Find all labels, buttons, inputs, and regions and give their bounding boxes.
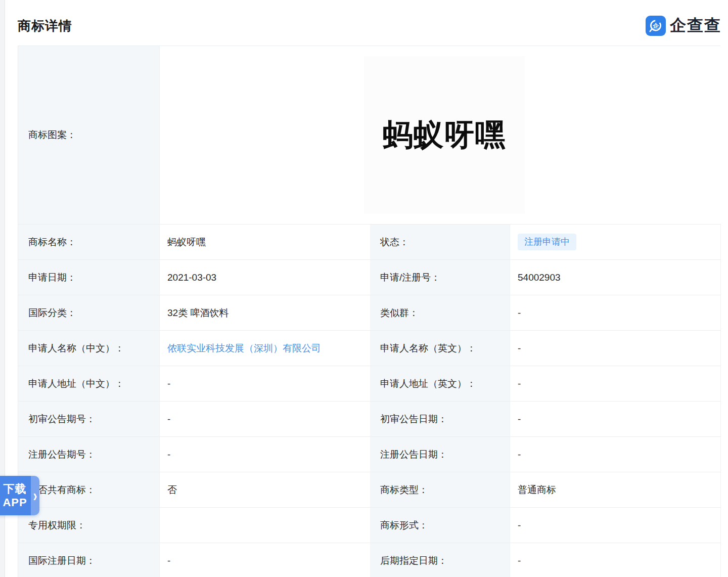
- value-international-registration-date: -: [160, 543, 370, 577]
- label-later-designated-date: 后期指定日期：: [370, 543, 510, 577]
- qichacha-logo-icon: 企: [646, 16, 666, 36]
- value-registration-announcement-date: -: [510, 437, 721, 472]
- value-later-designated-date: -: [510, 543, 721, 577]
- download-app-button[interactable]: 下载 APP ›: [0, 476, 39, 515]
- label-applicant-name-en: 申请人名称（英文）：: [370, 331, 510, 366]
- label-status: 状态：: [370, 225, 510, 260]
- download-app-text-line1: 下载: [4, 482, 27, 496]
- value-exclusive-right-period: [160, 508, 370, 543]
- value-similar-group: -: [510, 295, 721, 331]
- applicant-company-link[interactable]: 侬联实业科技发展（深圳）有限公司: [167, 342, 321, 355]
- value-preliminary-announcement-date: -: [510, 402, 721, 437]
- label-similar-group: 类似群：: [370, 295, 510, 331]
- value-trademark-type: 普通商标: [510, 472, 721, 508]
- label-applicant-address-en: 申请人地址（英文）：: [370, 366, 510, 402]
- trademark-image: 蚂蚁呀嘿: [364, 56, 525, 214]
- value-application-number: 54002903: [510, 260, 721, 295]
- svg-text:企: 企: [652, 22, 659, 29]
- label-application-date: 申请日期：: [18, 260, 160, 295]
- label-international-class: 国际分类：: [18, 295, 160, 331]
- label-trademark-form: 商标形式：: [370, 508, 510, 543]
- download-app-text-line2: APP: [3, 496, 27, 510]
- trademark-image-cell: 蚂蚁呀嘿: [160, 46, 721, 225]
- label-registration-announcement-no: 注册公告期号：: [18, 437, 160, 472]
- label-trademark-image: 商标图案：: [18, 46, 160, 225]
- value-applicant-name-en: -: [510, 331, 721, 366]
- label-exclusive-right-period: 专用权期限：: [18, 508, 160, 543]
- label-applicant-name-cn: 申请人名称（中文）：: [18, 331, 160, 366]
- value-is-shared-trademark: 否: [160, 472, 370, 508]
- value-application-date: 2021-03-03: [160, 260, 370, 295]
- value-applicant-address-en: -: [510, 366, 721, 402]
- chevron-right-icon: ›: [33, 487, 37, 504]
- value-preliminary-announcement-no: -: [160, 402, 370, 437]
- page-title: 商标详情: [18, 17, 72, 35]
- label-international-registration-date: 国际注册日期：: [18, 543, 160, 577]
- value-international-class: 32类 啤酒饮料: [160, 295, 370, 331]
- value-applicant-name-cn: 侬联实业科技发展（深圳）有限公司: [160, 331, 370, 366]
- label-preliminary-announcement-no: 初审公告期号：: [18, 402, 160, 437]
- label-application-number: 申请/注册号：: [370, 260, 510, 295]
- brand-name: 企查查: [670, 15, 721, 37]
- label-trademark-name: 商标名称：: [18, 225, 160, 260]
- value-registration-announcement-no: -: [160, 437, 370, 472]
- label-preliminary-announcement-date: 初审公告日期：: [370, 402, 510, 437]
- status-badge: 注册申请中: [518, 234, 576, 251]
- value-applicant-address-cn: -: [160, 366, 370, 402]
- label-registration-announcement-date: 注册公告日期：: [370, 437, 510, 472]
- label-trademark-type: 商标类型：: [370, 472, 510, 508]
- brand-logo[interactable]: 企 企查查: [646, 15, 721, 37]
- trademark-image-text: 蚂蚁呀嘿: [383, 115, 506, 156]
- value-trademark-name: 蚂蚁呀嘿: [160, 225, 370, 260]
- trademark-detail-table: 商标图案： 蚂蚁呀嘿 商标名称： 蚂蚁呀嘿 状态： 注册申请中 申请日期： 20…: [18, 46, 720, 577]
- download-app-expand-strip: ›: [31, 476, 39, 515]
- value-trademark-form: -: [510, 508, 721, 543]
- value-status: 注册申请中: [510, 225, 721, 260]
- label-applicant-address-cn: 申请人地址（中文）：: [18, 366, 160, 402]
- download-app-button-label: 下载 APP: [0, 476, 31, 515]
- label-is-shared-trademark: 是否共有商标：: [18, 472, 160, 508]
